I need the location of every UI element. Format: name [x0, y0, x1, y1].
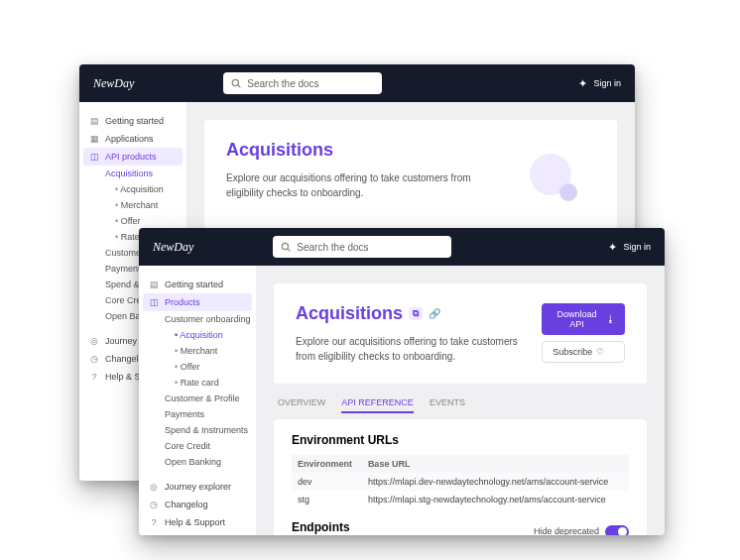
sidebar-item-payments[interactable]: Payments	[161, 406, 256, 422]
hero-card: Acquisitions ⧉ 🔗 Explore our acquisition…	[274, 283, 647, 384]
clock-icon: ◷	[149, 500, 159, 509]
sidebar-subitem[interactable]: Merchant	[171, 343, 256, 359]
nav-label: Getting started	[105, 116, 164, 126]
sidebar-subitem[interactable]: Merchant	[111, 197, 186, 213]
nav-label: Applications	[105, 134, 154, 144]
subscribe-button[interactable]: Subscribe♡	[542, 341, 625, 363]
search-placeholder: Search the docs	[297, 242, 368, 253]
download-icon: ⭳	[606, 314, 615, 324]
hide-deprecated-toggle[interactable]	[605, 525, 629, 536]
search-input[interactable]: Search the docs	[223, 72, 382, 94]
button-label: Subscribe	[553, 347, 592, 357]
topbar: NewDay Search the docs ✦ Sign in	[139, 228, 665, 266]
bell-icon: ♡	[596, 347, 604, 357]
brand-logo: NewDay	[93, 76, 134, 91]
nav-products[interactable]: ◫Products	[143, 293, 252, 311]
environment-urls-heading: Environment URLs	[292, 433, 629, 447]
env-url[interactable]: https://mlapi.dev-newdaytechnology.net/a…	[362, 473, 629, 491]
sidebar-item-open[interactable]: Open Banking	[161, 454, 256, 470]
help-icon: ?	[149, 517, 159, 527]
nav-changelog[interactable]: ◷Changelog	[139, 496, 256, 513]
svg-line-3	[288, 249, 291, 252]
button-label: Download API	[552, 309, 602, 329]
docs-window-front: NewDay Search the docs ✦ Sign in ▤Gettin…	[139, 228, 665, 535]
svg-line-1	[238, 85, 241, 88]
page-description: Explore our acquisitions offering to tak…	[226, 170, 474, 200]
anchor-link-icon[interactable]: 🔗	[429, 308, 440, 319]
apps-icon: ▦	[89, 134, 99, 144]
page-title: Acquisitions	[226, 140, 474, 161]
col-base-url: Base URL	[362, 455, 629, 473]
nav-label: Getting started	[165, 280, 223, 289]
sidebar-item-customer-profile[interactable]: Customer & Profile	[161, 391, 256, 406]
environment-urls-table: Environment Base URL dev https://mlapi.d…	[292, 455, 629, 508]
compass-icon: ◎	[149, 482, 159, 492]
sidebar: ▤Getting started ◫Products Customer onbo…	[139, 266, 256, 535]
sidebar-subitem[interactable]: Acquisition	[111, 181, 186, 197]
topbar: NewDay Search the docs ✦ Sign in	[79, 64, 635, 102]
tabs: OVERVIEW API REFERENCE EVENTS	[274, 384, 647, 419]
cube-icon: ◫	[89, 152, 99, 162]
tab-overview[interactable]: OVERVIEW	[278, 397, 325, 413]
book-icon: ▤	[149, 280, 159, 289]
nav-getting-started[interactable]: ▤Getting started	[139, 276, 256, 293]
nav-label: Products	[165, 297, 200, 307]
compass-icon: ◎	[89, 336, 99, 346]
book-icon: ▤	[89, 116, 99, 126]
version-badge: ⧉	[409, 307, 423, 320]
sidebar-subitem[interactable]: Acquisition	[171, 327, 256, 343]
nav-label: Changelog	[165, 500, 208, 509]
main-content: Acquisitions ⧉ 🔗 Explore our acquisition…	[256, 266, 665, 535]
nav-label: Journey explorer	[165, 482, 231, 492]
hero-card: Acquisitions Explore our acquisitions of…	[204, 120, 617, 229]
hero-illustration	[506, 140, 595, 209]
nav-journey[interactable]: ◎Journey explorer	[139, 478, 256, 496]
nav-label: Help & Support	[165, 517, 225, 527]
env-url[interactable]: https://mlapi.stg-newdaytechnology.net/a…	[362, 491, 629, 508]
search-input[interactable]: Search the docs	[273, 236, 451, 258]
sidebar-item-customer-onboarding[interactable]: Customer onboarding	[161, 311, 256, 327]
hide-deprecated-label: Hide deprecated	[534, 526, 599, 535]
page-title-text: Acquisitions	[296, 303, 403, 324]
signin-link[interactable]: Sign in	[593, 78, 621, 88]
page-title: Acquisitions ⧉ 🔗	[296, 303, 528, 324]
env-name: stg	[292, 491, 362, 508]
env-name: dev	[292, 473, 362, 491]
cube-icon: ◫	[149, 297, 159, 307]
sidebar-item-core[interactable]: Core Credit	[161, 438, 256, 454]
signin-link[interactable]: Sign in	[623, 242, 651, 252]
page-description: Explore our acquisitions offering to tak…	[296, 334, 528, 364]
hide-deprecated-control: Hide deprecated	[534, 525, 629, 536]
sidebar-item-spend[interactable]: Spend & Instruments	[161, 422, 256, 438]
svg-point-2	[283, 243, 289, 249]
search-icon	[231, 78, 241, 88]
col-environment: Environment	[292, 455, 362, 473]
svg-point-0	[233, 79, 239, 85]
sparkle-icon: ✦	[578, 77, 587, 90]
search-icon	[281, 242, 291, 252]
sidebar-subitem[interactable]: Offer	[111, 213, 186, 229]
help-icon: ?	[89, 372, 99, 382]
endpoints-heading: Endpoints	[292, 520, 350, 534]
table-row: dev https://mlapi.dev-newdaytechnology.n…	[292, 473, 629, 491]
nav-getting-started[interactable]: ▤Getting started	[79, 112, 186, 130]
sparkle-icon: ✦	[608, 241, 617, 254]
tab-api-reference[interactable]: API REFERENCE	[341, 397, 414, 413]
table-row: stg https://mlapi.stg-newdaytechnology.n…	[292, 491, 629, 508]
nav-api-products[interactable]: ◫API products	[83, 148, 183, 166]
clock-icon: ◷	[89, 354, 99, 364]
sidebar-subitem[interactable]: Rate card	[171, 375, 256, 391]
tab-events[interactable]: EVENTS	[430, 397, 465, 413]
search-placeholder: Search the docs	[247, 78, 318, 89]
download-api-button[interactable]: Download API⭳	[542, 303, 625, 335]
api-reference-panel: Environment URLs Environment Base URL de…	[274, 419, 647, 535]
nav-applications[interactable]: ▦Applications	[79, 130, 186, 148]
nav-label: API products	[105, 152, 157, 162]
sidebar-item-acquisitions[interactable]: Acquisitions	[101, 166, 186, 181]
nav-help[interactable]: ?Help & Support	[139, 513, 256, 531]
brand-logo: NewDay	[153, 240, 193, 255]
sidebar-subitem[interactable]: Offer	[171, 359, 256, 375]
